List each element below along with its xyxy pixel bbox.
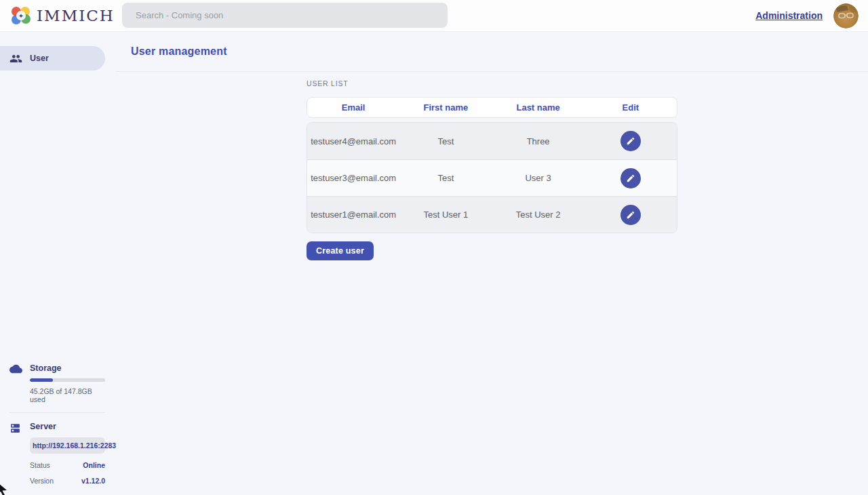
user-table: testuser4@email.com Test Three testuser3… bbox=[307, 122, 677, 233]
cell-last-name: Test User 2 bbox=[492, 210, 585, 220]
cell-email: testuser4@email.com bbox=[307, 136, 399, 146]
cell-first-name: Test bbox=[399, 173, 492, 183]
version-label: Version bbox=[30, 477, 54, 485]
cell-email: testuser3@email.com bbox=[307, 173, 399, 183]
server-status-row: Status Online bbox=[30, 461, 105, 469]
column-header-last-name: Last name bbox=[492, 102, 585, 113]
search-bar bbox=[122, 3, 448, 28]
user-table-header: Email First name Last name Edit bbox=[307, 97, 677, 118]
avatar-image bbox=[833, 3, 859, 28]
page-header: User management bbox=[116, 32, 868, 72]
storage-title: Storage bbox=[30, 363, 105, 373]
pencil-icon bbox=[626, 136, 635, 146]
main-panel: User management USER LIST Email First na… bbox=[116, 32, 868, 494]
user-avatar[interactable] bbox=[833, 3, 859, 28]
brand[interactable]: ✦ IMMICH bbox=[0, 5, 115, 26]
user-list-label: USER LIST bbox=[307, 79, 677, 87]
server-title: Server bbox=[30, 422, 105, 431]
edit-user-button[interactable] bbox=[620, 168, 641, 189]
immich-logo-icon: ✦ bbox=[11, 5, 31, 26]
column-header-first-name: First name bbox=[399, 102, 492, 113]
create-user-button[interactable]: Create user bbox=[307, 241, 374, 260]
storage-usage-text: 45.2GB of 147.8GB used bbox=[30, 387, 105, 403]
column-header-edit: Edit bbox=[585, 102, 677, 113]
sidebar-item-user[interactable]: User bbox=[0, 46, 105, 71]
sidebar-status-panel: Storage 45.2GB of 147.8GB used Server bbox=[0, 363, 116, 494]
storage-progress-fill bbox=[30, 378, 53, 382]
pencil-icon bbox=[626, 210, 635, 220]
cell-first-name: Test bbox=[399, 136, 492, 146]
cell-email: testuser1@email.com bbox=[307, 210, 399, 220]
cell-first-name: Test User 1 bbox=[399, 210, 492, 220]
edit-user-button[interactable] bbox=[620, 205, 641, 225]
storage-progress-bar bbox=[30, 378, 105, 382]
cloud-icon bbox=[9, 364, 22, 374]
admin-sidebar: User Storage 45.2GB of 147.8GB used bbox=[0, 32, 116, 494]
server-version-row: Version v1.12.0 bbox=[30, 477, 105, 485]
dns-icon bbox=[9, 422, 21, 434]
page-title: User management bbox=[131, 45, 227, 58]
pencil-icon bbox=[626, 174, 635, 183]
status-value: Online bbox=[83, 461, 105, 469]
group-icon bbox=[9, 52, 22, 65]
top-navbar: ✦ IMMICH Administration bbox=[0, 0, 868, 32]
sidebar-divider bbox=[9, 412, 105, 413]
brand-name: IMMICH bbox=[37, 7, 115, 24]
table-row: testuser1@email.com Test User 1 Test Use… bbox=[307, 196, 677, 233]
column-header-email: Email bbox=[307, 102, 399, 113]
cell-last-name: Three bbox=[492, 136, 585, 146]
table-row: testuser4@email.com Test Three bbox=[307, 123, 677, 159]
version-value: v1.12.0 bbox=[81, 477, 105, 485]
edit-user-button[interactable] bbox=[620, 131, 641, 151]
status-label: Status bbox=[30, 461, 50, 469]
server-url: http://192.168.1.216:2283 bbox=[30, 437, 105, 454]
table-row: testuser3@email.com Test User 3 bbox=[307, 159, 677, 196]
cell-last-name: User 3 bbox=[492, 173, 585, 183]
sidebar-item-label: User bbox=[30, 54, 49, 63]
search-input[interactable] bbox=[122, 3, 448, 28]
administration-link[interactable]: Administration bbox=[755, 10, 823, 21]
server-section: Server http://192.168.1.216:2283 Status … bbox=[9, 422, 105, 485]
storage-section: Storage 45.2GB of 147.8GB used bbox=[9, 363, 105, 403]
